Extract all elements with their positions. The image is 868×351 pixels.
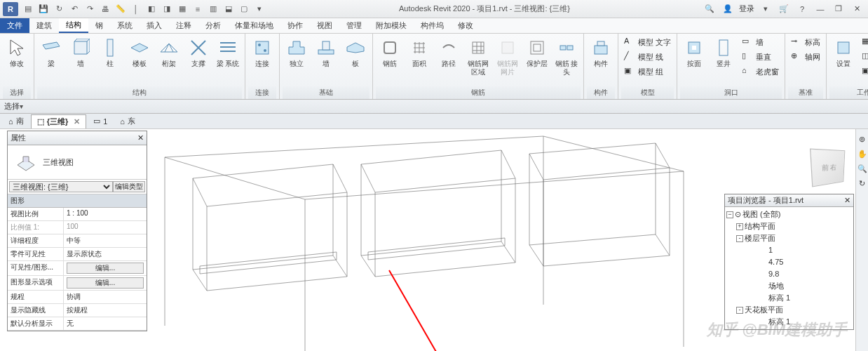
truss-button[interactable]: 桁架: [155, 35, 183, 70]
viewtab-east[interactable]: ⌂东: [114, 114, 141, 128]
qat-icon[interactable]: ▢: [237, 2, 251, 16]
property-row[interactable]: 默认分析显示无: [8, 317, 147, 331]
viewer-button[interactable]: ▣查看器: [859, 65, 868, 79]
tab-insert[interactable]: 插入: [140, 18, 169, 33]
cover-button[interactable]: 保护层: [523, 35, 551, 70]
dropdown-icon[interactable]: ▾: [759, 2, 773, 16]
cart-icon[interactable]: 🛒: [777, 2, 791, 16]
qat-icon[interactable]: ▦: [175, 2, 189, 16]
tree-item[interactable]: -楼层平面: [726, 232, 852, 244]
tab-arch[interactable]: 建筑: [29, 18, 59, 33]
vertical-button[interactable]: ▯垂直: [739, 50, 782, 64]
show-button[interactable]: ▦显示: [859, 35, 868, 49]
tab-collab[interactable]: 协作: [280, 18, 310, 33]
wallfdn-button[interactable]: 墙: [312, 35, 340, 70]
tab-annotate[interactable]: 注释: [169, 18, 198, 33]
tab-steel[interactable]: 钢: [88, 18, 110, 33]
qat-icon[interactable]: ▥: [206, 2, 220, 16]
qat-print-icon[interactable]: 🖶: [98, 2, 112, 16]
tree-item[interactable]: 4.75: [726, 256, 852, 268]
set-button[interactable]: 设置: [829, 35, 857, 70]
close-tab-icon[interactable]: ✕: [74, 117, 80, 126]
tree-root[interactable]: −⊙视图 (全部): [726, 208, 852, 220]
ref-button[interactable]: ◫参照 平面: [859, 50, 868, 64]
tab-file[interactable]: 文件: [0, 18, 29, 33]
qat-undo-icon[interactable]: ↶: [67, 2, 81, 16]
edit-type-button[interactable]: 编辑类型: [113, 181, 145, 192]
qat-icon[interactable]: ◨: [160, 2, 174, 16]
property-group[interactable]: 图形: [8, 194, 147, 208]
user-icon[interactable]: 👤: [721, 2, 735, 16]
isolated-button[interactable]: 独立: [283, 35, 311, 70]
tree-item[interactable]: 1: [726, 244, 852, 256]
shaft-button[interactable]: 竖井: [710, 35, 738, 70]
coupler-button[interactable]: 钢筋 接头: [552, 35, 581, 79]
property-row[interactable]: 可见性/图形...编辑...: [8, 261, 147, 276]
property-row[interactable]: 显示隐藏线按规程: [8, 304, 147, 317]
edit-button[interactable]: 编辑...: [67, 277, 144, 289]
property-row[interactable]: 零件可见性显示原状态: [8, 248, 147, 261]
viewtab-1[interactable]: ▭1: [88, 115, 113, 127]
qat-redo-icon[interactable]: ↷: [83, 2, 97, 16]
property-row[interactable]: 比例值 1:100: [8, 221, 147, 234]
tree-item[interactable]: +结构平面: [726, 220, 852, 232]
nav-icon[interactable]: ⊚: [859, 135, 865, 144]
tree-item[interactable]: 9.8: [726, 268, 852, 280]
beam-button[interactable]: 梁: [37, 35, 65, 70]
property-row[interactable]: 规程协调: [8, 291, 147, 304]
tree-item[interactable]: -天花板平面: [726, 304, 852, 316]
qat-icon[interactable]: ▾: [252, 2, 266, 16]
property-row[interactable]: 图形显示选项编辑...: [8, 276, 147, 291]
path-button[interactable]: 路径: [435, 35, 463, 70]
qat-measure-icon[interactable]: 📏: [114, 2, 128, 16]
modify-button[interactable]: 修改: [3, 35, 31, 70]
tree-item[interactable]: 标高 1: [726, 292, 852, 304]
properties-close-icon[interactable]: ✕: [137, 133, 144, 143]
qat-save-icon[interactable]: 💾: [36, 2, 50, 16]
login-label[interactable]: 登录: [739, 4, 754, 14]
browser-close-icon[interactable]: ✕: [844, 196, 850, 205]
qat-icon[interactable]: ≡: [191, 2, 205, 16]
floor-button[interactable]: 楼板: [126, 35, 154, 70]
slab-button[interactable]: 板: [341, 35, 369, 70]
view-cube[interactable]: 前 右: [810, 148, 845, 187]
nav-icon[interactable]: ✋: [857, 150, 867, 159]
edit-button[interactable]: 编辑...: [67, 263, 144, 274]
beamsystem-button[interactable]: 梁 系统: [214, 35, 242, 70]
tab-massing[interactable]: 体量和场地: [228, 18, 280, 33]
nav-icon[interactable]: ↻: [859, 179, 865, 188]
tab-view[interactable]: 视图: [310, 18, 339, 33]
qat-open-icon[interactable]: ▤: [21, 2, 35, 16]
tab-structure[interactable]: 结构: [59, 18, 88, 33]
wallopen-button[interactable]: ▭墙: [739, 35, 782, 49]
modeltext-button[interactable]: A模型 文字: [621, 35, 674, 49]
viewtab-south[interactable]: ⌂南: [3, 114, 29, 128]
component-button[interactable]: 构件: [587, 35, 615, 70]
viewtab-3d[interactable]: ⬚{三维}✕: [31, 114, 87, 128]
app-logo[interactable]: R: [3, 2, 18, 16]
wall-button[interactable]: 墙: [67, 35, 95, 70]
qat-icon[interactable]: ⬓: [222, 2, 236, 16]
property-row[interactable]: 详细程度中等: [8, 234, 147, 248]
tab-addins[interactable]: 附加模块: [369, 18, 414, 33]
connection-button[interactable]: 连接: [248, 35, 276, 70]
fabric-area-button[interactable]: 钢筋网 区域: [464, 35, 492, 79]
qat-icon[interactable]: ◧: [144, 2, 158, 16]
area-button[interactable]: 面积: [405, 35, 433, 70]
help-icon[interactable]: ?: [795, 2, 809, 16]
tab-systems[interactable]: 系统: [110, 18, 140, 33]
minimize-icon[interactable]: —: [813, 2, 827, 16]
close-icon[interactable]: ✕: [850, 2, 864, 16]
tab-manage[interactable]: 管理: [339, 18, 369, 33]
tab-analyze[interactable]: 分析: [198, 18, 228, 33]
restore-icon[interactable]: ❐: [832, 2, 846, 16]
modelline-button[interactable]: ╱模型 线: [621, 50, 674, 64]
modelgroup-button[interactable]: ▣模型 组: [621, 65, 674, 79]
tree-item[interactable]: 场地: [726, 280, 852, 292]
search-icon[interactable]: 🔍: [703, 2, 717, 16]
column-button[interactable]: 柱: [96, 35, 124, 70]
level-button[interactable]: ⊸标高: [788, 35, 823, 49]
rebar-button[interactable]: 钢筋: [376, 35, 404, 70]
tab-gjw[interactable]: 构件坞: [414, 18, 451, 33]
byface-button[interactable]: 按面: [680, 35, 708, 70]
